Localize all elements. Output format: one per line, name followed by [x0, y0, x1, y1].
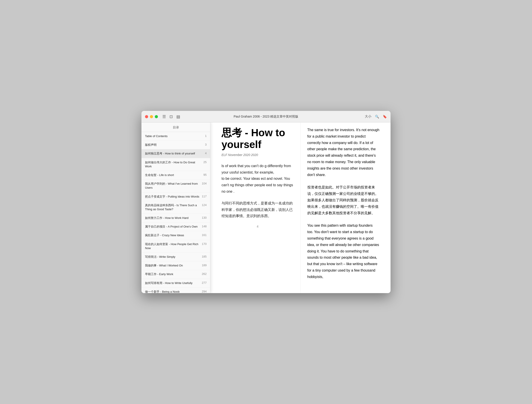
- toc-item-page: 130: [202, 216, 207, 219]
- page-number: 4: [222, 225, 294, 228]
- toc-item[interactable]: 如何写得有用 - How to Write Usefully277: [141, 279, 210, 288]
- right-paragraph-en-1: The same is true for investors. It's not…: [307, 127, 380, 178]
- toc-header: 目录: [141, 122, 210, 132]
- left-paragraph-1: ls of work that you can't do g different…: [222, 163, 294, 195]
- toc-item-page: 189: [202, 264, 207, 267]
- toc-item[interactable]: 生命短暂 - Life is short95: [141, 171, 210, 180]
- toc-item-title: 如何独立思考 - How to think of yourself: [145, 152, 203, 156]
- toc-item-page: 3: [205, 143, 207, 146]
- toc-item-page: 277: [202, 281, 207, 284]
- toc-item[interactable]: 早期工作 - Early Work262: [141, 270, 210, 279]
- toc-item[interactable]: 疯狂新点子 - Crazy New Ideas161: [141, 231, 210, 240]
- toc-item-title: 属于自己的项目 - A Project of One's Own: [145, 225, 200, 229]
- toc-item[interactable]: 把点子变成文字 - Putting Ideas into Words117: [141, 192, 210, 201]
- toc-list[interactable]: Table of Contents1版权声明3如何独立思考 - How to t…: [141, 132, 210, 293]
- toc-item-page: 124: [202, 203, 207, 207]
- chapter-subtitle: ELF November 2020 2020: [222, 153, 294, 157]
- toc-item-title: 早期工作 - Early Work: [145, 272, 200, 276]
- toc-item[interactable]: 我做的事 - What I Worked On189: [141, 261, 210, 270]
- toc-item[interactable]: 我从用户学到的 - What I've Learned from Users10…: [141, 180, 210, 192]
- toc-item[interactable]: 如何做出伟大的工作 - How to Do Great Work25: [141, 158, 210, 171]
- toc-item-title: 我从用户学到的 - What I've Learned from Users: [145, 182, 200, 190]
- toc-item-title: 我做的事 - What I Worked On: [145, 264, 200, 268]
- toc-item-page: 1: [205, 134, 207, 138]
- toc-item-title: 写得简洁 - Write Simply: [145, 255, 200, 259]
- toc-item-title: 真的有品味这种东西吗 - Is There Such a Thing as Go…: [145, 203, 200, 211]
- toc-item-title: 做一个新手 - Being a Noob: [145, 290, 200, 293]
- toc-item[interactable]: 如何独立思考 - How to think of yourself4: [141, 149, 210, 158]
- toc-panel: 目录 Table of Contents1版权声明3如何独立思考 - How t…: [141, 122, 210, 293]
- toc-item[interactable]: 写得简洁 - Write Simply185: [141, 253, 210, 261]
- toc-item-title: 如何写得有用 - How to Write Usefully: [145, 281, 200, 285]
- right-paragraph-en-2: You see this pattern with startup founde…: [307, 222, 380, 280]
- toc-item-page: 4: [205, 152, 207, 155]
- minimize-button[interactable]: [150, 115, 153, 118]
- toc-item-page: 161: [202, 233, 207, 237]
- chapter-title-text: 思考 - How toyourself: [222, 127, 285, 150]
- toc-item-page: 294: [202, 290, 207, 293]
- toc-item-page: 104: [202, 182, 207, 185]
- list-icon[interactable]: ☰: [162, 114, 166, 119]
- left-column: 思考 - How toyourself ELF November 2020 20…: [210, 122, 301, 293]
- right-toolbar: 大小 🔍 🔖: [365, 114, 387, 119]
- toolbar-icons: ☰ ⊡ ▤: [162, 114, 180, 119]
- toc-item-title: 如何努力工作 - How to Work Hard: [145, 216, 200, 220]
- toc-item-title: Table of Contents: [145, 134, 203, 138]
- right-column: The same is true for investors. It's not…: [301, 122, 391, 293]
- content-area: 目录 Table of Contents1版权声明3如何独立思考 - How t…: [141, 122, 391, 293]
- toc-item-page: 95: [204, 173, 207, 177]
- app-window: ☰ ⊡ ▤ Paul Graham 2006 - 2023 精选文章中英对照版 …: [141, 111, 391, 293]
- toc-item-page: 117: [202, 195, 207, 198]
- toc-item-page: 148: [202, 225, 207, 228]
- toc-item[interactable]: 如何努力工作 - How to Work Hard130: [141, 214, 210, 222]
- toc-item[interactable]: 做一个新手 - Being a Noob294: [141, 288, 210, 293]
- toc-item-page: 262: [202, 272, 207, 276]
- maximize-button[interactable]: [155, 115, 158, 118]
- toc-item[interactable]: 现在的人如何变富 - How People Get Rich Now170: [141, 240, 210, 253]
- left-paragraph-zh: 与同行不同的思维方式，是要成为一名成功的科学家，你的想法必须既正确又新，说别人已…: [222, 200, 294, 219]
- toc-item-page: 170: [202, 242, 207, 246]
- close-button[interactable]: [145, 115, 148, 118]
- toc-item[interactable]: Table of Contents1: [141, 132, 210, 141]
- toc-item-title: 现在的人如何变富 - How People Get Rich Now: [145, 242, 200, 250]
- toc-item-title: 疯狂新点子 - Crazy New Ideas: [145, 233, 200, 237]
- main-columns: 思考 - How toyourself ELF November 2020 20…: [210, 122, 391, 293]
- toc-item[interactable]: 版权声明3: [141, 141, 210, 149]
- panel-icon[interactable]: ⊡: [169, 114, 173, 119]
- toc-item-title: 如何做出伟大的工作 - How to Do Great Work: [145, 160, 202, 168]
- toc-item[interactable]: 真的有品味这种东西吗 - Is There Such a Thing as Go…: [141, 201, 210, 214]
- toc-item[interactable]: 属于自己的项目 - A Project of One's Own148: [141, 222, 210, 231]
- toc-item-page: 185: [202, 255, 207, 258]
- toc-item-page: 25: [204, 160, 207, 164]
- font-size-label[interactable]: 大小: [365, 114, 372, 119]
- window-title: Paul Graham 2006 - 2023 精选文章中英对照版: [234, 115, 298, 119]
- search-icon[interactable]: 🔍: [375, 115, 379, 119]
- bookmark-icon[interactable]: 🔖: [383, 115, 387, 119]
- toc-item-title: 生命短暂 - Life is short: [145, 173, 202, 177]
- chapter-title: 思考 - How toyourself: [222, 127, 294, 151]
- right-paragraph-zh-1: 投资者也是如此。对于公开市场的投资者来说，仅仅正确预测一家公司的业绩是不够的。如…: [307, 184, 380, 216]
- reader-icon[interactable]: ▤: [176, 114, 180, 119]
- traffic-lights: [145, 115, 158, 118]
- titlebar: ☰ ⊡ ▤ Paul Graham 2006 - 2023 精选文章中英对照版 …: [141, 111, 391, 122]
- toc-item-title: 版权声明: [145, 143, 203, 147]
- toc-item-title: 把点子变成文字 - Putting Ideas into Words: [145, 195, 200, 199]
